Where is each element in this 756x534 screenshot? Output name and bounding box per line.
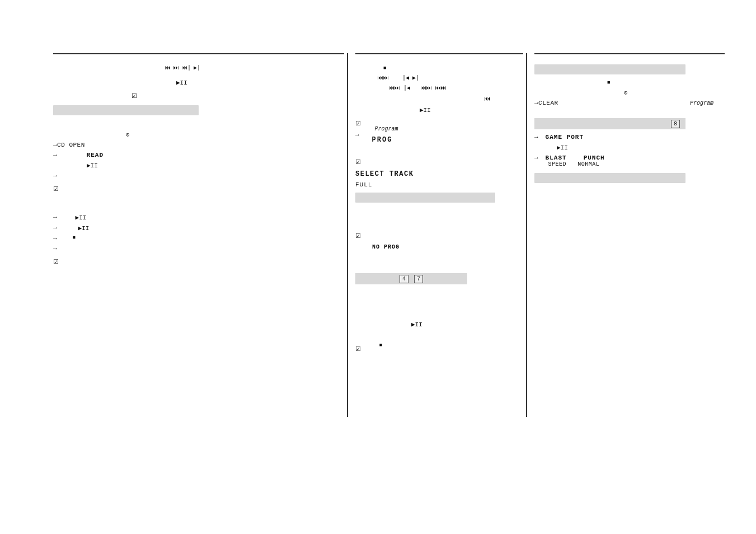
arrow-play-row-1: → ▶II — [53, 214, 344, 221]
read-label: READ — [87, 152, 104, 158]
circle-icon-c3: ⊙ — [624, 90, 628, 96]
arrow-blast: → — [534, 154, 538, 161]
checkbox-icon-c2: ☑ — [355, 117, 361, 128]
punch-label: PUNCH — [584, 154, 605, 161]
blast-punch-row: → BLAST PUNCH SPEED NORMAL — [534, 154, 725, 167]
skip-prev-c2: ⏮ — [355, 95, 523, 103]
checkbox-icon-3: ☑ — [53, 255, 59, 266]
ffwd-icon: ⏭ — [173, 64, 179, 71]
play-pause-icon-2: ▶II — [87, 162, 98, 169]
rew-c2: ⏮⏭ — [378, 74, 389, 81]
full-row: FULL — [355, 181, 523, 188]
stop-icon-c2: ■ — [383, 65, 386, 71]
checkbox-icon-c2-3: ☑ — [355, 229, 361, 241]
arrow-4: → — [53, 235, 57, 242]
play-pause-icon-1: ▶II — [176, 79, 187, 86]
checkbox-c2-bottom: ☑ ■ — [355, 343, 523, 354]
number-7: 7 — [414, 275, 423, 283]
next-icon: ▶| — [194, 64, 200, 71]
arrow-stop-row: → ■ — [53, 235, 344, 242]
page: ⏮ ⏭ ⏮| ▶| ▶II ☑ ⊙ — [0, 0, 756, 534]
transport-c2-2: ⏮⏭ |◀ ⏮⏭ ⏮⏭ — [355, 85, 523, 91]
transport-c2-1: ⏮⏭ |◀ ▶| — [355, 74, 523, 81]
arrow-game-port: → — [534, 134, 538, 140]
play-pause-icon-3: ▶II — [76, 214, 87, 221]
arrow-blank-1: → — [53, 172, 344, 179]
play-pause-icon-c2-bot: ▶II — [411, 321, 422, 328]
gray-bar-c2 — [355, 193, 495, 203]
checkbox-row-1: ☑ — [53, 90, 344, 101]
play-pause-icon-c2: ▶II — [420, 107, 431, 114]
arrow-3: → — [53, 224, 57, 231]
column-1: ⏮ ⏭ ⏮| ▶| ▶II ☑ ⊙ — [53, 53, 344, 270]
fwd-c2: |◀ ▶| — [402, 74, 419, 81]
skip-prev-icon-c2: ⏮ — [484, 95, 491, 103]
prog-label-italic: Program — [375, 126, 398, 132]
speed-label: SPEED — [548, 161, 567, 167]
number-8: 8 — [671, 120, 680, 128]
checkbox-c2-3: ☑ — [355, 229, 523, 241]
divider-1 — [347, 53, 348, 417]
arrow-cd-open: →CD OPEN — [53, 142, 85, 148]
stop-c3: ■ — [534, 79, 725, 86]
clear-row: →CLEAR Program — [534, 100, 725, 106]
numbered-bar-c2: 4 7 — [355, 273, 467, 284]
no-prog-row: NO PROG — [372, 244, 523, 250]
column-3: ■ ⊙ →CLEAR Program 8 → GAME PORT ▶II — [534, 53, 725, 188]
arrow-play-row-2: → ▶II — [53, 224, 344, 232]
play-pause-icon-c3: ▶II — [557, 144, 568, 151]
gray-bar-c3-bottom — [534, 173, 685, 183]
transport-c2-2a: ⏮⏭ |◀ — [389, 85, 410, 91]
skip-prev-icon: ⏮ — [165, 64, 171, 71]
clear-label: →CLEAR — [534, 100, 558, 106]
number-4: 4 — [400, 275, 408, 283]
circle-c3: ⊙ — [534, 89, 725, 96]
circle-row-1: ⊙ — [53, 131, 344, 138]
numbered-bar-c3: 8 — [534, 118, 685, 129]
stop-icon-c2-bot: ■ — [379, 343, 382, 348]
arrow-1: → — [53, 172, 57, 179]
gray-bar-1 — [53, 105, 199, 115]
select-track-label: seLeCT TRaCk — [355, 170, 414, 178]
circle-icon-1: ⊙ — [126, 132, 130, 138]
read-row: → READ — [53, 152, 344, 158]
arrow-prog-row: → Program PROG — [355, 132, 523, 144]
checkbox-icon-2: ☑ — [53, 182, 59, 194]
stop-row-c2: ■ — [355, 64, 523, 71]
column-2: ■ ⏮⏭ |◀ ▶| ⏮⏭ |◀ ⏮⏭ ⏮⏭ ⏮ ▶II — [355, 53, 523, 357]
arrow-blank-2: → — [53, 245, 344, 252]
stop-icon-1: ■ — [73, 235, 76, 241]
stop-icon-c3: ■ — [607, 80, 610, 86]
prog-bold-text: PROG — [372, 136, 393, 144]
checkbox-icon-c2-bot: ☑ — [355, 343, 361, 354]
play-pause-row-2: ▶II — [87, 162, 344, 169]
transport-row-1: ⏮ ⏭ ⏮| ▶| — [53, 64, 344, 71]
checkbox-row-3: ☑ — [53, 255, 344, 266]
game-port-label: GAME PORT — [546, 134, 584, 140]
checkbox-row-2: ☑ — [53, 182, 344, 194]
blast-label: BLAST — [546, 154, 567, 161]
play-pause-c2-bottom: ▶II — [355, 321, 523, 328]
normal-label: NORMAL — [577, 161, 599, 167]
checkbox-c2-2: ☑ — [355, 156, 523, 167]
no-prog-label: NO PROG — [372, 244, 400, 250]
play-pause-c2: ▶II — [355, 106, 523, 114]
checkbox-icon-c2-2: ☑ — [355, 156, 361, 167]
arrow-2: → — [53, 214, 57, 221]
play-pause-icon-4: ▶II — [78, 224, 90, 232]
program-italic-c3: Program — [690, 100, 713, 106]
play-pause-c3: ▶II — [557, 144, 725, 151]
checkbox-icon-1: ☑ — [132, 91, 137, 101]
transport-c2-2b: ⏮⏭ ⏮⏭ — [421, 85, 447, 91]
arrow-prog: → — [355, 132, 359, 138]
cd-open-row: →CD OPEN — [53, 142, 344, 148]
game-port-row: → GAME PORT — [534, 134, 725, 140]
gray-bar-c3-top — [534, 64, 685, 74]
select-track-row: seLeCT TRaCk — [355, 170, 523, 178]
divider-2 — [526, 53, 527, 417]
arrow-5: → — [53, 245, 57, 252]
rew-icon: ⏮| — [182, 64, 191, 71]
arrow-read-left: → — [53, 152, 57, 158]
play-pause-row-1: ▶II — [53, 79, 344, 86]
full-label: FULL — [355, 181, 372, 188]
